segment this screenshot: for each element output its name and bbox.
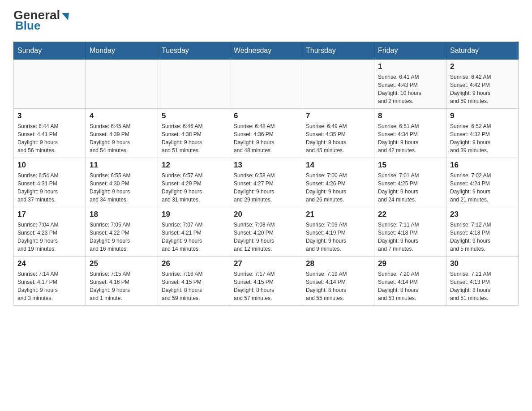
calendar-week-2: 3Sunrise: 6:44 AM Sunset: 4:41 PM Daylig…	[14, 109, 519, 158]
day-info: Sunrise: 6:42 AM Sunset: 4:42 PM Dayligh…	[450, 73, 515, 105]
day-info: Sunrise: 7:15 AM Sunset: 4:16 PM Dayligh…	[90, 270, 154, 302]
calendar-cell: 6Sunrise: 6:48 AM Sunset: 4:36 PM Daylig…	[230, 109, 302, 158]
calendar-cell: 18Sunrise: 7:05 AM Sunset: 4:22 PM Dayli…	[86, 207, 158, 257]
day-info: Sunrise: 6:55 AM Sunset: 4:30 PM Dayligh…	[90, 171, 154, 204]
day-info: Sunrise: 7:07 AM Sunset: 4:21 PM Dayligh…	[162, 221, 226, 253]
day-number: 17	[17, 210, 82, 219]
day-number: 24	[17, 259, 82, 268]
day-info: Sunrise: 7:20 AM Sunset: 4:14 PM Dayligh…	[378, 270, 442, 302]
day-info: Sunrise: 7:08 AM Sunset: 4:20 PM Dayligh…	[234, 221, 298, 253]
calendar-cell: 29Sunrise: 7:20 AM Sunset: 4:14 PM Dayli…	[374, 257, 446, 306]
day-info: Sunrise: 7:02 AM Sunset: 4:24 PM Dayligh…	[450, 171, 515, 204]
day-info: Sunrise: 6:45 AM Sunset: 4:39 PM Dayligh…	[90, 122, 154, 154]
day-number: 20	[234, 210, 298, 219]
calendar-cell: 11Sunrise: 6:55 AM Sunset: 4:30 PM Dayli…	[86, 158, 158, 207]
calendar-cell: 14Sunrise: 7:00 AM Sunset: 4:26 PM Dayli…	[302, 158, 374, 207]
day-info: Sunrise: 6:58 AM Sunset: 4:27 PM Dayligh…	[234, 171, 298, 204]
calendar-cell: 22Sunrise: 7:11 AM Sunset: 4:18 PM Dayli…	[374, 207, 446, 257]
day-number: 28	[306, 259, 370, 268]
page-header: General Blue	[13, 9, 519, 33]
calendar-cell	[302, 60, 374, 109]
day-info: Sunrise: 7:04 AM Sunset: 4:23 PM Dayligh…	[17, 221, 82, 253]
calendar-header-monday: Monday	[86, 42, 158, 60]
calendar-cell: 7Sunrise: 6:49 AM Sunset: 4:35 PM Daylig…	[302, 109, 374, 158]
calendar-cell: 1Sunrise: 6:41 AM Sunset: 4:43 PM Daylig…	[374, 60, 446, 109]
day-number: 22	[378, 210, 442, 219]
calendar-cell	[86, 60, 158, 109]
calendar-cell	[158, 60, 230, 109]
calendar-cell: 21Sunrise: 7:09 AM Sunset: 4:19 PM Dayli…	[302, 207, 374, 257]
calendar-table: SundayMondayTuesdayWednesdayThursdayFrid…	[13, 42, 519, 306]
calendar-week-5: 24Sunrise: 7:14 AM Sunset: 4:17 PM Dayli…	[14, 257, 519, 306]
day-info: Sunrise: 6:52 AM Sunset: 4:32 PM Dayligh…	[450, 122, 515, 154]
day-number: 13	[234, 161, 298, 170]
calendar-week-4: 17Sunrise: 7:04 AM Sunset: 4:23 PM Dayli…	[14, 207, 519, 257]
day-number: 27	[234, 259, 298, 268]
day-info: Sunrise: 6:49 AM Sunset: 4:35 PM Dayligh…	[306, 122, 370, 154]
calendar-header-saturday: Saturday	[446, 42, 519, 60]
day-number: 26	[162, 259, 226, 268]
calendar-cell: 27Sunrise: 7:17 AM Sunset: 4:15 PM Dayli…	[230, 257, 302, 306]
day-info: Sunrise: 6:48 AM Sunset: 4:36 PM Dayligh…	[234, 122, 298, 154]
logo: General Blue	[13, 9, 69, 33]
calendar-cell: 8Sunrise: 6:51 AM Sunset: 4:34 PM Daylig…	[374, 109, 446, 158]
day-info: Sunrise: 6:54 AM Sunset: 4:31 PM Dayligh…	[17, 171, 82, 204]
calendar-header-sunday: Sunday	[14, 42, 86, 60]
day-number: 4	[90, 111, 154, 120]
day-number: 29	[378, 259, 442, 268]
logo-blue: Blue	[15, 19, 40, 32]
day-number: 30	[450, 259, 515, 268]
calendar-cell: 9Sunrise: 6:52 AM Sunset: 4:32 PM Daylig…	[446, 109, 519, 158]
calendar-cell: 20Sunrise: 7:08 AM Sunset: 4:20 PM Dayli…	[230, 207, 302, 257]
calendar-header-tuesday: Tuesday	[158, 42, 230, 60]
day-info: Sunrise: 6:51 AM Sunset: 4:34 PM Dayligh…	[378, 122, 442, 154]
day-number: 11	[90, 161, 154, 170]
day-number: 23	[450, 210, 515, 219]
day-info: Sunrise: 7:01 AM Sunset: 4:25 PM Dayligh…	[378, 171, 442, 204]
day-info: Sunrise: 7:21 AM Sunset: 4:13 PM Dayligh…	[450, 270, 515, 302]
day-info: Sunrise: 7:09 AM Sunset: 4:19 PM Dayligh…	[306, 221, 370, 253]
day-number: 25	[90, 259, 154, 268]
day-info: Sunrise: 6:41 AM Sunset: 4:43 PM Dayligh…	[378, 73, 442, 105]
calendar-cell: 5Sunrise: 6:46 AM Sunset: 4:38 PM Daylig…	[158, 109, 230, 158]
calendar-cell: 28Sunrise: 7:19 AM Sunset: 4:14 PM Dayli…	[302, 257, 374, 306]
calendar-cell: 16Sunrise: 7:02 AM Sunset: 4:24 PM Dayli…	[446, 158, 519, 207]
calendar-cell: 19Sunrise: 7:07 AM Sunset: 4:21 PM Dayli…	[158, 207, 230, 257]
calendar-cell	[230, 60, 302, 109]
day-number: 21	[306, 210, 370, 219]
calendar-header-row: SundayMondayTuesdayWednesdayThursdayFrid…	[14, 42, 519, 60]
day-number: 18	[90, 210, 154, 219]
calendar-header-friday: Friday	[374, 42, 446, 60]
day-info: Sunrise: 6:44 AM Sunset: 4:41 PM Dayligh…	[17, 122, 82, 154]
calendar-cell: 17Sunrise: 7:04 AM Sunset: 4:23 PM Dayli…	[14, 207, 86, 257]
day-number: 19	[162, 210, 226, 219]
calendar-cell: 25Sunrise: 7:15 AM Sunset: 4:16 PM Dayli…	[86, 257, 158, 306]
calendar-header-wednesday: Wednesday	[230, 42, 302, 60]
day-number: 16	[450, 161, 515, 170]
calendar-cell: 12Sunrise: 6:57 AM Sunset: 4:29 PM Dayli…	[158, 158, 230, 207]
calendar-cell: 24Sunrise: 7:14 AM Sunset: 4:17 PM Dayli…	[14, 257, 86, 306]
day-info: Sunrise: 7:12 AM Sunset: 4:18 PM Dayligh…	[450, 221, 515, 253]
day-number: 12	[162, 161, 226, 170]
calendar-cell: 2Sunrise: 6:42 AM Sunset: 4:42 PM Daylig…	[446, 60, 519, 109]
day-number: 2	[450, 62, 515, 71]
day-number: 15	[378, 161, 442, 170]
day-number: 9	[450, 111, 515, 120]
day-number: 6	[234, 111, 298, 120]
calendar-cell: 30Sunrise: 7:21 AM Sunset: 4:13 PM Dayli…	[446, 257, 519, 306]
calendar-cell: 3Sunrise: 6:44 AM Sunset: 4:41 PM Daylig…	[14, 109, 86, 158]
day-info: Sunrise: 7:14 AM Sunset: 4:17 PM Dayligh…	[17, 270, 82, 302]
calendar-week-3: 10Sunrise: 6:54 AM Sunset: 4:31 PM Dayli…	[14, 158, 519, 207]
calendar-cell: 23Sunrise: 7:12 AM Sunset: 4:18 PM Dayli…	[446, 207, 519, 257]
day-number: 3	[17, 111, 82, 120]
day-info: Sunrise: 6:46 AM Sunset: 4:38 PM Dayligh…	[162, 122, 226, 154]
day-info: Sunrise: 7:00 AM Sunset: 4:26 PM Dayligh…	[306, 171, 370, 204]
day-number: 7	[306, 111, 370, 120]
calendar-cell: 4Sunrise: 6:45 AM Sunset: 4:39 PM Daylig…	[86, 109, 158, 158]
day-info: Sunrise: 7:17 AM Sunset: 4:15 PM Dayligh…	[234, 270, 298, 302]
calendar-week-1: 1Sunrise: 6:41 AM Sunset: 4:43 PM Daylig…	[14, 60, 519, 109]
calendar-cell	[14, 60, 86, 109]
day-info: Sunrise: 7:16 AM Sunset: 4:15 PM Dayligh…	[162, 270, 226, 302]
day-number: 10	[17, 161, 82, 170]
day-number: 8	[378, 111, 442, 120]
